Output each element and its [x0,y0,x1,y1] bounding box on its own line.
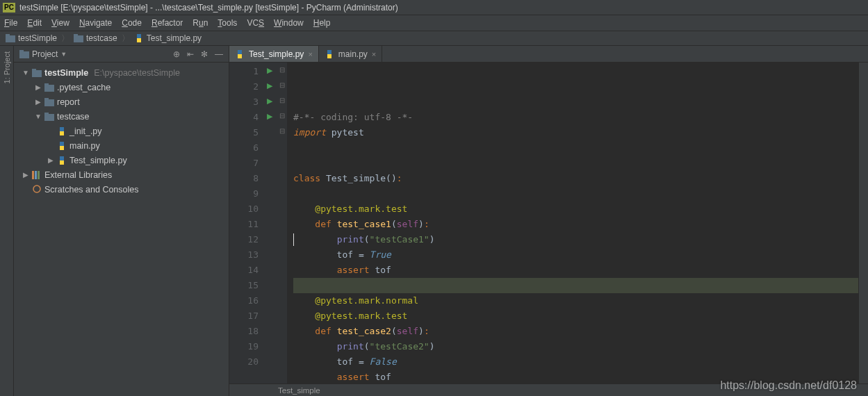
tree-item-label: Test_simple.py [69,156,127,165]
chevron-right-icon[interactable]: ▶ [22,171,29,179]
text-caret [293,233,294,246]
svg-rect-14 [32,171,34,179]
tree-item[interactable]: _init_.py [14,124,229,138]
window-titlebar: PC testSimple [E:\pyspace\testSimple] - … [0,0,868,15]
project-tool-window-button[interactable]: 1: Project [3,51,11,83]
tool-window-bar-left: 1: Project [0,46,14,396]
python-file-icon [235,49,245,59]
menu-window[interactable]: Window [274,18,304,28]
breadcrumb-root[interactable]: testSimple [6,33,57,43]
library-icon [32,170,42,180]
tree-item-external-libraries[interactable]: ▶ External Libraries [14,167,229,182]
breadcrumb-label: Test_simple.py [147,33,202,43]
editor-area: Test_simple.py × main.py × 1234567891011… [229,46,868,396]
svg-rect-5 [19,50,24,53]
dropdown-icon[interactable]: ▼ [60,51,67,58]
menu-run[interactable]: Run [193,18,208,28]
locate-icon[interactable]: ⊕ [173,49,180,59]
breadcrumb-file[interactable]: Test_simple.py [134,33,202,43]
svg-rect-13 [44,113,49,115]
python-file-icon [57,156,67,165]
folder-icon [44,83,54,92]
python-file-icon [57,126,67,136]
menu-vcs[interactable]: VCS [247,18,264,28]
tab-label: main.py [338,49,368,59]
close-icon[interactable]: × [308,50,312,58]
menu-tools[interactable]: Tools [218,18,237,28]
folder-icon [19,49,29,59]
scratches-icon [32,185,42,195]
chevron-right-icon[interactable]: ▶ [47,156,54,164]
breadcrumb-label: testSimple [18,33,57,43]
tab-main[interactable]: main.py × [319,46,382,62]
breadcrumb-node: Test_simple [278,386,320,395]
breadcrumb-separator: 〉 [122,33,130,44]
breadcrumb-separator: 〉 [61,33,69,44]
menu-bar: File Edit View Navigate Code Refactor Ru… [0,15,868,31]
close-icon[interactable]: × [372,50,376,58]
project-panel-header: Project ▼ ⊕ ⇤ ✻ — [14,46,229,63]
scrollbar[interactable] [858,63,868,383]
folder-icon [44,112,54,122]
tree-item-label: testcase [57,112,90,122]
menu-help[interactable]: Help [313,18,331,28]
line-number-gutter: 1234567891011121314151617181920 [229,63,263,383]
breadcrumb: testSimple 〉 testcase 〉 Test_simple.py [0,31,868,46]
tree-item[interactable]: main.py [14,138,229,153]
chevron-down-icon[interactable]: ▼ [22,69,29,76]
svg-point-17 [33,185,40,192]
folder-icon [6,33,15,43]
project-tree: ▼ testSimple E:\pyspace\testSimple ▶ .py… [14,63,229,199]
folder-icon [32,68,42,78]
tree-item-label: .pytest_cache [57,83,110,92]
chevron-right-icon[interactable]: ▶ [35,98,42,106]
tree-root[interactable]: ▼ testSimple E:\pyspace\testSimple [14,65,229,80]
tree-item-label: testSimple [44,68,88,78]
run-gutter[interactable]: ▶▶▶▶ [263,63,277,383]
watermark: https://blog.csdn.net/df0128 [720,379,857,392]
svg-rect-15 [35,171,37,179]
app-badge: PC [3,3,15,13]
menu-navigate[interactable]: Navigate [79,18,112,28]
menu-refactor[interactable]: Refactor [152,18,183,28]
menu-file[interactable]: File [4,18,17,28]
tree-item-label: External Libraries [44,170,112,180]
tree-item-label: report [57,97,80,107]
tree-item-testcase[interactable]: ▼ testcase [14,109,229,124]
collapse-icon[interactable]: ⇤ [187,49,194,59]
tab-test-simple[interactable]: Test_simple.py × [229,46,319,62]
project-panel: Project ▼ ⊕ ⇤ ✻ — ▼ testSimple E:\pyspac… [14,46,229,396]
fold-gutter[interactable]: ⊟⊟⊟⊟⊟ [277,63,288,383]
editor-body[interactable]: 1234567891011121314151617181920 ▶▶▶▶ ⊟⊟⊟… [229,63,868,383]
svg-rect-9 [44,83,49,86]
tree-item-label: main.py [69,141,100,151]
panel-title: Project [32,49,58,59]
svg-rect-7 [32,69,36,72]
chevron-down-icon[interactable]: ▼ [35,113,42,120]
tab-label: Test_simple.py [249,49,304,59]
svg-rect-11 [44,98,49,101]
folder-icon [44,97,54,107]
tree-item-path: E:\pyspace\testSimple [94,68,180,78]
tree-item[interactable]: ▶ Test_simple.py [14,153,229,167]
tree-item-label: _init_.py [69,126,102,136]
breadcrumb-folder[interactable]: testcase [74,33,117,43]
folder-icon [74,33,83,43]
python-file-icon [134,33,144,43]
editor-tabs: Test_simple.py × main.py × [229,46,868,63]
breadcrumb-label: testcase [86,33,117,43]
python-file-icon [325,49,334,59]
window-title: testSimple [E:\pyspace\testSimple] - ...… [19,3,398,13]
tree-item-scratches[interactable]: Scratches and Consoles [14,182,229,197]
menu-code[interactable]: Code [122,18,142,28]
svg-rect-3 [74,34,78,37]
svg-rect-16 [38,171,40,179]
code-area[interactable]: #-*- coding: utf-8 -*-import pytestclass… [288,63,858,383]
menu-edit[interactable]: Edit [27,18,42,28]
menu-view[interactable]: View [51,18,69,28]
tree-item[interactable]: ▶ report [14,94,229,109]
hide-icon[interactable]: — [215,49,223,59]
chevron-right-icon[interactable]: ▶ [35,83,42,91]
gear-icon[interactable]: ✻ [201,49,208,59]
tree-item[interactable]: ▶ .pytest_cache [14,80,229,94]
